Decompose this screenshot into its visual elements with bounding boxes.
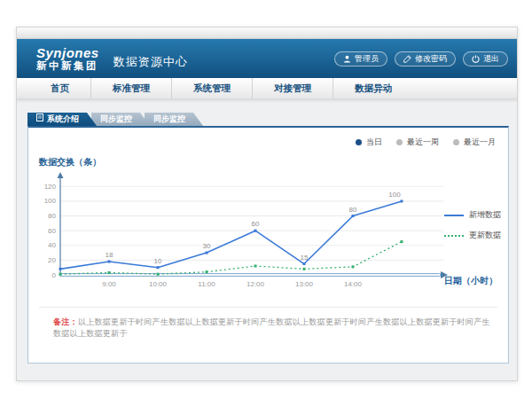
admin-user-label: 管理员 <box>355 53 379 65</box>
y-axis-arrow <box>58 172 64 178</box>
legend-item-updated-data: 更新数据 <box>444 230 501 241</box>
filter-option-last-week[interactable]: 最近一周 <box>396 137 439 148</box>
filter-label: 当日 <box>366 137 382 148</box>
legend-item-new-data: 新增数据 <box>444 209 501 221</box>
y-tick-label: 80 <box>48 212 56 220</box>
y-tick-label: 20 <box>48 256 56 264</box>
data-point-label: 15 <box>301 254 309 262</box>
nav-item-home[interactable]: 首页 <box>29 78 90 98</box>
data-point <box>254 265 257 268</box>
chart-svg: 0204060801001209:0010:0011:0012:0013:001… <box>35 170 454 294</box>
tabs-row: 系统介绍 同步监控 同步监控 <box>27 113 198 126</box>
filter-label: 最近一月 <box>464 137 496 148</box>
data-point <box>254 230 257 232</box>
filter-option-last-month[interactable]: 最近一月 <box>453 137 496 148</box>
content-area: 系统介绍 同步监控 同步监控 当日 最近一周 <box>17 103 517 380</box>
nav-item-standard-mgmt[interactable]: 标准管理 <box>90 78 171 98</box>
y-tick-label: 120 <box>44 183 57 191</box>
y-tick-label: 40 <box>48 241 56 249</box>
data-point <box>108 271 111 274</box>
data-point <box>59 268 62 270</box>
x-tick-label: 11:00 <box>198 280 215 288</box>
data-point <box>157 273 160 276</box>
admin-user-button[interactable]: 管理员 <box>334 51 387 66</box>
tab-label: 同步监控 <box>100 113 132 126</box>
header-actions: 管理员 修改密码 退出 <box>334 51 508 66</box>
data-point <box>206 270 208 273</box>
nav-item-system-mgmt[interactable]: 系统管理 <box>171 78 252 98</box>
tab-sync-monitor-1[interactable]: 同步监控 <box>91 113 150 126</box>
tab-system-intro[interactable]: 系统介绍 <box>27 113 97 126</box>
logo-text: Synjones <box>36 46 99 60</box>
panel-divider <box>39 307 497 308</box>
data-point-label: 100 <box>388 191 401 199</box>
data-point-label: 80 <box>349 206 357 214</box>
data-point <box>206 252 208 254</box>
nav-item-data-change[interactable]: 数据异动 <box>332 78 413 98</box>
radio-dot <box>396 139 403 145</box>
series-legend: 新增数据 更新数据 <box>444 209 501 241</box>
x-tick-label: 12:00 <box>246 280 265 288</box>
x-tick-label: 13:00 <box>295 280 314 288</box>
radio-dot-selected <box>356 139 362 145</box>
x-axis <box>59 274 441 277</box>
x-tick-label: 14:00 <box>344 280 363 288</box>
filter-option-today[interactable]: 当日 <box>356 137 382 148</box>
edit-icon <box>403 55 411 63</box>
data-point <box>401 200 403 202</box>
y-axis-title: 数据交换（条） <box>39 156 101 168</box>
change-password-button[interactable]: 修改密码 <box>395 51 456 66</box>
x-tick-label: 9:00 <box>102 280 116 288</box>
chart-panel: 当日 最近一周 最近一月 数据交换（条） 0204060801001209:00… <box>27 126 509 364</box>
note-text: 以上数据更新于时间产生数据以上数据更新于时间产生数据以上数据更新于时间产生数据以… <box>53 317 490 338</box>
data-point <box>352 215 355 217</box>
data-point <box>303 268 306 270</box>
nav-item-interface-mgmt[interactable]: 对接管理 <box>252 78 332 98</box>
data-point <box>303 262 306 265</box>
user-icon <box>343 55 351 63</box>
solid-line-swatch <box>444 215 464 216</box>
dotted-line-swatch <box>444 235 464 237</box>
data-point <box>401 240 403 243</box>
change-password-label: 修改密码 <box>415 53 447 65</box>
logo-subtext: 新中新集团 <box>36 60 99 71</box>
data-point-label: 10 <box>154 257 162 265</box>
main-nav: 首页 标准管理 系统管理 对接管理 数据异动 <box>17 78 517 98</box>
footer-note: 备注：以上数据更新于时间产生数据以上数据更新于时间产生数据以上数据更新于时间产生… <box>53 317 494 340</box>
radio-dot <box>453 139 459 145</box>
note-label: 备注： <box>53 317 78 326</box>
data-point <box>352 265 355 268</box>
legend-label: 更新数据 <box>469 230 501 241</box>
app-header: Synjones 新中新集团 数据资源中心 管理员 修改密码 退出 <box>17 39 517 78</box>
data-point-label: 60 <box>252 220 260 228</box>
tab-sync-monitor-2[interactable]: 同步监控 <box>145 113 203 126</box>
data-point-label: 30 <box>203 242 211 250</box>
document-icon <box>36 113 43 126</box>
x-axis-title: 日期（小时） <box>444 275 497 287</box>
tab-label: 系统介绍 <box>47 113 79 126</box>
app-window: Synjones 新中新集团 数据资源中心 管理员 修改密码 退出 <box>16 27 518 381</box>
x-tick-label: 10:00 <box>149 280 168 288</box>
tab-label: 同步监控 <box>153 113 185 126</box>
data-point-label: 18 <box>106 251 113 259</box>
y-tick-label: 0 <box>52 271 57 279</box>
logout-button[interactable]: 退出 <box>463 51 508 66</box>
legend-label: 新增数据 <box>469 209 501 221</box>
time-range-filter: 当日 最近一周 最近一月 <box>356 137 496 148</box>
page-title: 数据资源中心 <box>113 54 188 70</box>
data-point <box>59 273 62 276</box>
logout-label: 退出 <box>483 53 499 65</box>
data-point <box>157 266 160 269</box>
filter-label: 最近一周 <box>407 137 439 148</box>
data-point <box>108 261 111 263</box>
company-logo: Synjones 新中新集团 <box>36 46 99 71</box>
y-tick-label: 100 <box>44 197 57 205</box>
power-icon <box>472 55 480 63</box>
chart-container: 0204060801001209:0010:0011:0012:0013:001… <box>35 170 454 298</box>
window-chrome-strip <box>17 27 517 39</box>
y-tick-label: 60 <box>48 227 56 235</box>
